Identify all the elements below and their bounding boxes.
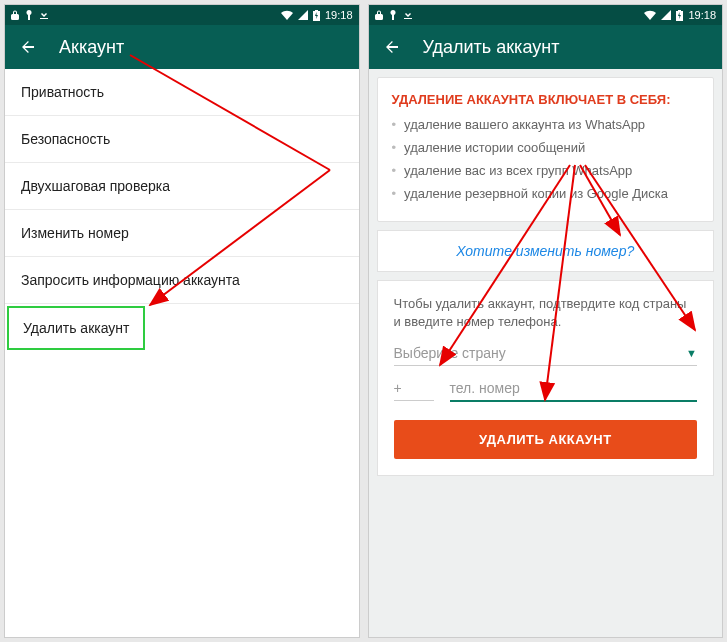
svg-rect-3 [315,10,318,11]
key-icon [25,10,33,20]
back-icon[interactable] [383,38,401,56]
page-title: Аккаунт [59,37,124,58]
list-item-deleteaccount[interactable]: Удалить аккаунт [7,306,145,350]
list-item-privacy[interactable]: Приватность [5,69,359,116]
chevron-down-icon: ▼ [686,347,697,359]
battery-icon [676,10,683,21]
battery-icon [313,10,320,21]
wifi-icon [281,10,293,20]
list-item-changenumber[interactable]: Изменить номер [5,210,359,257]
signal-icon [298,10,308,20]
bullet-item: •удаление истории сообщений [392,140,700,157]
lock-icon [11,10,19,20]
delete-form: Чтобы удалить аккаунт, подтвердите код с… [377,280,715,476]
statusbar: 19:18 [5,5,359,25]
warning-title: УДАЛЕНИЕ АККАУНТА ВКЛЮЧАЕТ В СЕБЯ: [392,92,700,107]
signal-icon [661,10,671,20]
change-number-link[interactable]: Хотите изменить номер? [377,230,715,272]
key-icon [389,10,397,20]
country-placeholder: Выберите страну [394,345,506,361]
form-instruction: Чтобы удалить аккаунт, подтвердите код с… [394,295,698,331]
phone-input-row: + тел. номер [394,380,698,402]
wifi-icon [644,10,656,20]
delete-body: УДАЛЕНИЕ АККАУНТА ВКЛЮЧАЕТ В СЕБЯ: •удал… [369,69,723,637]
statusbar: 19:18 [369,5,723,25]
country-select[interactable]: Выберите страну ▼ [394,345,698,366]
phone-screen-account: 19:18 Аккаунт Приватность Безопасность Д… [4,4,360,638]
delete-account-button[interactable]: УДАЛИТЬ АККАУНТ [394,420,698,459]
status-time: 19:18 [688,9,716,21]
status-time: 19:18 [325,9,353,21]
bullet-item: •удаление вас из всех групп WhatsApp [392,163,700,180]
phone-screen-delete: 19:18 Удалить аккаунт УДАЛЕНИЕ АККАУНТА … [368,4,724,638]
warning-card: УДАЛЕНИЕ АККАУНТА ВКЛЮЧАЕТ В СЕБЯ: •удал… [377,77,715,222]
list-item-twostep[interactable]: Двухшаговая проверка [5,163,359,210]
back-icon[interactable] [19,38,37,56]
svg-rect-1 [28,14,30,20]
lock-icon [375,10,383,20]
svg-rect-5 [392,14,394,20]
svg-rect-7 [678,10,681,11]
country-code-input[interactable]: + [394,380,434,401]
list-item-requestinfo[interactable]: Запросить информацию аккаунта [5,257,359,304]
download-icon [39,10,49,20]
toolbar: Аккаунт [5,25,359,69]
settings-list: Приватность Безопасность Двухшаговая про… [5,69,359,637]
phone-number-input[interactable]: тел. номер [450,380,698,402]
toolbar: Удалить аккаунт [369,25,723,69]
list-item-security[interactable]: Безопасность [5,116,359,163]
bullet-item: •удаление резервной копии из Google Диск… [392,186,700,203]
page-title: Удалить аккаунт [423,37,560,58]
download-icon [403,10,413,20]
bullet-item: •удаление вашего аккаунта из WhatsApp [392,117,700,134]
